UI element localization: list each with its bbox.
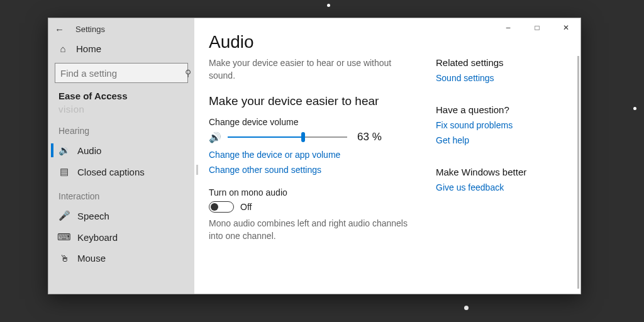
search-input[interactable] xyxy=(55,68,185,79)
mono-audio-label: Turn on mono audio xyxy=(209,187,417,197)
background-dot xyxy=(464,306,469,310)
close-button[interactable]: ✕ xyxy=(552,18,580,37)
mouse-icon: 🖱 xyxy=(58,253,70,264)
sidebar-group-interaction: Interaction xyxy=(51,182,192,205)
titlebar: ← Settings xyxy=(48,18,194,40)
minimize-button[interactable]: – xyxy=(494,18,523,37)
content: Audio Make your device easier to hear or… xyxy=(194,18,580,294)
search-icon[interactable]: ⚲ xyxy=(185,68,191,78)
right-pane: Related settings Sound settings Have a q… xyxy=(436,32,568,294)
volume-row: 🔊 63 % xyxy=(209,131,417,143)
page-subtitle: Make your device easier to hear or use w… xyxy=(209,57,410,82)
sidebar-item-speech[interactable]: 🎤 Speech xyxy=(51,205,192,226)
link-fix-sound-problems[interactable]: Fix sound problems xyxy=(436,120,568,130)
related-settings-heading: Related settings xyxy=(436,57,568,68)
left-pane: Audio Make your device easier to hear or… xyxy=(207,32,417,294)
volume-label: Change device volume xyxy=(209,117,417,127)
make-windows-better-heading: Make Windows better xyxy=(436,167,568,177)
back-arrow-icon[interactable]: ← xyxy=(55,24,64,35)
microphone-icon: 🎤 xyxy=(58,210,70,221)
link-give-feedback[interactable]: Give us feedback xyxy=(436,182,568,192)
sidebar-item-label: Keyboard xyxy=(77,232,118,243)
mono-audio-toggle-row: Off xyxy=(209,201,417,213)
have-question-heading: Have a question? xyxy=(436,104,568,115)
sidebar-item-label: Audio xyxy=(77,145,101,156)
sidebar-home-label: Home xyxy=(76,43,101,54)
link-other-sound-settings[interactable]: Change other sound settings xyxy=(209,165,417,175)
link-device-app-volume[interactable]: Change the device or app volume xyxy=(209,150,417,160)
mono-audio-state: Off xyxy=(240,202,252,212)
sidebar-item-closed-captions[interactable]: ▤ Closed captions xyxy=(51,161,192,182)
maximize-button[interactable]: □ xyxy=(523,18,552,37)
sidebar-cutoff-text: vision xyxy=(51,104,192,114)
mono-audio-toggle[interactable] xyxy=(209,201,234,213)
page-title: Audio xyxy=(209,32,417,52)
search-box[interactable]: ⚲ xyxy=(55,63,188,83)
link-get-help[interactable]: Get help xyxy=(436,135,568,145)
window-title: Settings xyxy=(75,25,105,34)
settings-window: ← Settings ⌂ Home ⚲ Ease of Access visio… xyxy=(48,18,581,294)
section-heading-hear: Make your device easier to hear xyxy=(209,94,417,108)
link-sound-settings[interactable]: Sound settings xyxy=(436,73,568,83)
background-dot xyxy=(327,4,330,7)
window-buttons: – □ ✕ xyxy=(494,18,580,37)
sidebar-content: ⌂ Home ⚲ Ease of Access vision Hearing 🔉… xyxy=(48,40,194,294)
vertical-scrollbar[interactable] xyxy=(577,56,579,289)
slider-thumb[interactable] xyxy=(301,132,305,142)
sidebar-home[interactable]: ⌂ Home xyxy=(51,40,192,58)
speaker-icon: 🔉 xyxy=(58,145,70,156)
volume-value: 63 % xyxy=(357,131,382,143)
sidebar: ← Settings ⌂ Home ⚲ Ease of Access visio… xyxy=(48,18,194,294)
sidebar-item-audio[interactable]: 🔉 Audio xyxy=(51,140,192,161)
mono-audio-description: Mono audio combines left and right audio… xyxy=(209,218,416,242)
slider-fill xyxy=(228,136,303,138)
background-dot xyxy=(633,107,636,110)
volume-slider[interactable] xyxy=(228,131,347,143)
home-icon: ⌂ xyxy=(57,43,69,54)
main-area: – □ ✕ Audio Make your device easier to h… xyxy=(194,18,580,294)
sidebar-item-keyboard[interactable]: ⌨ Keyboard xyxy=(51,226,192,248)
sidebar-item-label: Speech xyxy=(77,211,109,221)
keyboard-icon: ⌨ xyxy=(58,231,70,243)
cc-icon: ▤ xyxy=(58,166,70,177)
sidebar-group-hearing: Hearing xyxy=(51,117,192,140)
sidebar-item-label: Mouse xyxy=(77,253,106,264)
volume-icon: 🔊 xyxy=(209,131,221,143)
sidebar-item-mouse[interactable]: 🖱 Mouse xyxy=(51,248,192,269)
toggle-knob xyxy=(211,203,218,211)
sidebar-item-label: Closed captions xyxy=(77,167,145,177)
sidebar-category: Ease of Access xyxy=(51,89,192,105)
